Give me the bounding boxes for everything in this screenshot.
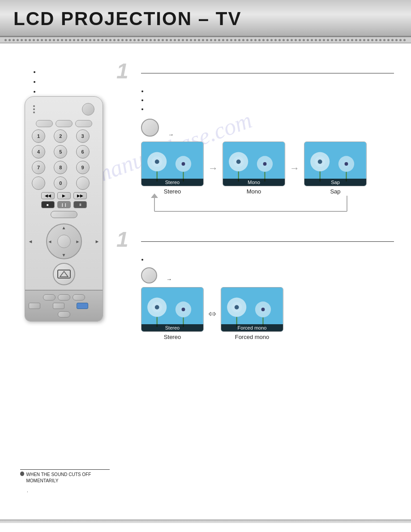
section1-header: 1	[116, 60, 394, 82]
mode-stereo: Stereo Stereo	[141, 142, 204, 195]
section2-line	[141, 241, 394, 242]
forced-mono-text: Forced mono	[235, 334, 270, 340]
dpad[interactable]: ▲ ▼ ◄ ►	[46, 223, 82, 259]
dpad-center-button[interactable]	[57, 235, 71, 248]
pause2-button[interactable]: ⏸	[73, 201, 87, 208]
num-btn-3[interactable]: 3	[76, 129, 90, 143]
rb-sq-1[interactable]	[29, 303, 40, 309]
dpad-left-label: ◄	[28, 239, 33, 244]
remote-bottom-section	[25, 290, 103, 321]
svg-marker-31	[151, 193, 158, 198]
note-bullet	[20, 472, 24, 476]
dpad-container: ◄ ▲ ▼ ◄ ► ►	[30, 223, 98, 259]
svg-point-44	[235, 305, 239, 309]
dpad-right-arrow: ►	[76, 239, 80, 244]
brand-button[interactable]	[53, 263, 75, 285]
page-title: LCD PROJECTION – TV	[13, 8, 241, 29]
svg-point-13	[236, 159, 241, 164]
remote-bottom-row2	[29, 303, 99, 309]
stereo-label: Stereo	[141, 179, 203, 186]
double-arrow-icon: ⇔	[208, 308, 216, 320]
s1-bullet-2	[148, 95, 394, 104]
mute-instruction-2	[168, 124, 174, 129]
svg-point-4	[155, 159, 159, 164]
remote-btn-wide-2[interactable]	[56, 120, 73, 127]
stereo-label-2: Stereo	[141, 324, 203, 331]
rb-btn-1[interactable]	[43, 294, 56, 300]
num-btn-empty2	[76, 176, 90, 190]
bullet-item	[40, 77, 42, 87]
brand-logo	[57, 270, 71, 279]
section2-header: 1	[116, 229, 394, 250]
num-btn-6[interactable]: 6	[76, 145, 90, 159]
rewind-button[interactable]: ◀◀	[41, 192, 55, 199]
dpad-left-arrow: ◄	[48, 239, 52, 244]
s2-arrow: →	[166, 276, 172, 283]
footer-bar	[0, 519, 411, 523]
section-1: 1 →	[116, 60, 394, 215]
svg-point-26	[345, 162, 348, 166]
mono-screen: Mono	[223, 142, 285, 186]
cycle-arrow	[141, 193, 351, 214]
mute-button-2[interactable]	[141, 267, 157, 283]
svg-point-48	[261, 308, 265, 311]
remote-bottom-row1	[29, 294, 99, 300]
left-bullets	[34, 67, 42, 97]
mono-label: Mono	[223, 179, 285, 186]
pause-button[interactable]: ❙❙	[57, 201, 71, 208]
dot-decoration	[0, 37, 411, 43]
power-button[interactable]	[82, 103, 94, 116]
s1-bullet-3	[148, 104, 394, 113]
remote-btn-wide-3[interactable]	[75, 120, 92, 127]
right-content: 1 →	[116, 60, 394, 354]
num-btn-5[interactable]: 5	[54, 145, 67, 159]
note-body: .	[27, 488, 28, 493]
section2-number: 1	[116, 229, 134, 250]
num-btn-4[interactable]: 4	[32, 145, 45, 159]
svg-point-35	[155, 305, 159, 309]
mode2-forced-mono: Forced mono Forced mono	[221, 287, 283, 340]
num-btn-empty1	[32, 176, 45, 190]
num-btn-7[interactable]: 7	[32, 161, 45, 174]
stereo-screen: Stereo	[141, 142, 204, 186]
s2-instruction-1	[166, 269, 172, 274]
bullet-item	[40, 87, 42, 97]
fastforward-button[interactable]: ▶▶	[73, 192, 87, 199]
remote-btn-wide-1[interactable]	[36, 120, 53, 127]
rb-sq-blue[interactable]	[77, 303, 88, 309]
remote-body: 1 2 3 4 5 6 7 8 9 0 ◀◀ ▶ ▶▶ ■ ❙❙ ⏸	[25, 96, 103, 322]
remote-top-section	[30, 101, 98, 117]
section-2: 1 →	[116, 229, 394, 340]
forced-mono-screen: Forced mono	[221, 287, 283, 332]
note-text-heading: WHEN THE SOUND CUTS OFF MOMENTARILY	[26, 472, 110, 484]
menu-button[interactable]	[51, 211, 77, 218]
stereo-text-2: Stereo	[164, 334, 181, 340]
stop-button[interactable]: ■	[41, 201, 55, 208]
mode-mono: Mono Mono	[223, 142, 285, 195]
mute-button[interactable]	[141, 119, 159, 137]
sap-screen: Sap	[304, 142, 367, 186]
forced-mono-label: Forced mono	[221, 324, 283, 331]
svg-point-8	[182, 162, 185, 166]
play-button[interactable]: ▶	[57, 192, 71, 199]
arrow-stereo-mono: →	[208, 163, 218, 174]
arrow-mono-sap: →	[290, 163, 300, 174]
rb-btn-2[interactable]	[58, 294, 70, 300]
rb-single-btn[interactable]	[58, 311, 70, 317]
stereo-screen-2: Stereo	[141, 287, 204, 332]
dpad-down-arrow: ▼	[62, 253, 66, 257]
sound-modes-row: Stereo Stereo →	[141, 142, 394, 195]
num-btn-2[interactable]: 2	[54, 129, 67, 143]
mute-button-row: →	[141, 117, 394, 138]
num-btn-8[interactable]: 8	[54, 161, 67, 174]
rb-sq-2[interactable]	[53, 303, 64, 309]
svg-marker-0	[60, 271, 68, 277]
rb-btn-3[interactable]	[73, 294, 85, 300]
num-btn-0[interactable]: 0	[54, 176, 67, 190]
note-divider	[20, 469, 110, 470]
mute-button-row2: →	[141, 267, 394, 283]
num-btn-9[interactable]: 9	[76, 161, 90, 174]
num-btn-1[interactable]: 1	[32, 129, 45, 143]
remote-control: 1 2 3 4 5 6 7 8 9 0 ◀◀ ▶ ▶▶ ■ ❙❙ ⏸	[25, 96, 103, 322]
remote-transport-row1: ◀◀ ▶ ▶▶	[30, 192, 98, 199]
